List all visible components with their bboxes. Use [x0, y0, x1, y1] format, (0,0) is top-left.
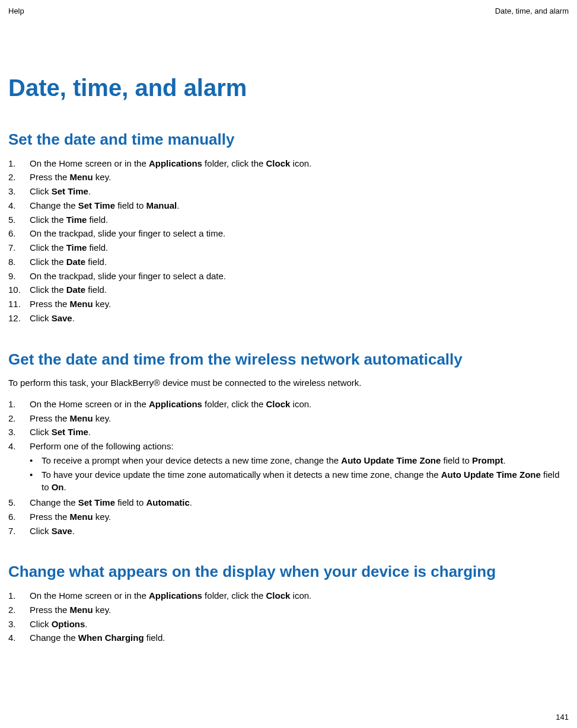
step-number: 3. [8, 618, 30, 631]
step-body: Click Save. [30, 525, 569, 538]
list-item: 10.Click the Date field. [8, 283, 569, 296]
list-item: 7.Click the Time field. [8, 241, 569, 254]
step-number: 1. [8, 398, 30, 411]
step-number: 2. [8, 412, 30, 425]
step-number: 3. [8, 185, 30, 198]
step-body: Click the Date field. [30, 256, 569, 269]
page: Help Date, time, and alarm Date, time, a… [0, 0, 577, 728]
step-number: 4. [8, 199, 30, 212]
step-body: Click Options. [30, 618, 569, 631]
step-body: Click the Time field. [30, 213, 569, 226]
list-item: 3.Click Set Time. [8, 185, 569, 198]
step-body: Press the Menu key. [30, 604, 569, 617]
step-number: 3. [8, 426, 30, 439]
step-body: Press the Menu key. [30, 412, 569, 425]
step-number: 11. [8, 298, 30, 311]
step-body: Press the Menu key. [30, 298, 569, 311]
list-item: 4.Change the Set Time field to Manual. [8, 199, 569, 212]
step-body: Press the Menu key. [30, 171, 569, 184]
step-body: Click the Date field. [30, 283, 569, 296]
step-number: 2. [8, 171, 30, 184]
wireless-lead: To perform this task, your BlackBerry® d… [8, 376, 569, 389]
step-body: Press the Menu key. [30, 510, 569, 523]
step-body: Perform one of the following actions:To … [30, 440, 569, 495]
list-item: 3.Click Set Time. [8, 426, 569, 439]
page-title: Date, time, and alarm [8, 71, 569, 105]
list-item: 4.Perform one of the following actions:T… [8, 440, 569, 495]
step-body: Click Set Time. [30, 426, 569, 439]
step-number: 9. [8, 270, 30, 283]
step-number: 7. [8, 241, 30, 254]
list-item: 3.Click Options. [8, 618, 569, 631]
list-item: 6.Press the Menu key. [8, 510, 569, 523]
step-number: 12. [8, 312, 30, 325]
step-number: 1. [8, 157, 30, 170]
bullet-item: To have your device update the time zone… [30, 468, 569, 494]
list-item: 7.Click Save. [8, 525, 569, 538]
step-body: Change the When Charging field. [30, 631, 569, 644]
list-item: 1.On the Home screen or in the Applicati… [8, 398, 569, 411]
list-item: 8.Click the Date field. [8, 256, 569, 269]
step-body: Change the Set Time field to Automatic. [30, 496, 569, 509]
list-item: 11.Press the Menu key. [8, 298, 569, 311]
step-number: 6. [8, 227, 30, 240]
wireless-steps: 1.On the Home screen or in the Applicati… [8, 398, 569, 538]
step-number: 1. [8, 589, 30, 602]
list-item: 12.Click Save. [8, 312, 569, 325]
step-body: Change the Set Time field to Manual. [30, 199, 569, 212]
page-header: Help Date, time, and alarm [8, 6, 569, 17]
step-number: 10. [8, 283, 30, 296]
charging-steps: 1.On the Home screen or in the Applicati… [8, 589, 569, 644]
step-body: Click the Time field. [30, 241, 569, 254]
step-number: 4. [8, 631, 30, 644]
list-item: 2.Press the Menu key. [8, 171, 569, 184]
section-heading-set-manually: Set the date and time manually [8, 129, 569, 151]
header-right: Date, time, and alarm [495, 6, 569, 17]
step-body: On the trackpad, slide your finger to se… [30, 270, 569, 283]
section-heading-wireless: Get the date and time from the wireless … [8, 349, 569, 371]
list-item: 6.On the trackpad, slide your finger to … [8, 227, 569, 240]
list-item: 5.Change the Set Time field to Automatic… [8, 496, 569, 509]
step-number: 7. [8, 525, 30, 538]
step-number: 5. [8, 213, 30, 226]
step-body: On the Home screen or in the Application… [30, 589, 569, 602]
step-body: Click Set Time. [30, 185, 569, 198]
sub-bullets: To receive a prompt when your device det… [30, 454, 569, 494]
page-number: 141 [556, 712, 569, 723]
step-number: 2. [8, 604, 30, 617]
list-item: 1.On the Home screen or in the Applicati… [8, 157, 569, 170]
list-item: 1.On the Home screen or in the Applicati… [8, 589, 569, 602]
step-body: On the trackpad, slide your finger to se… [30, 227, 569, 240]
list-item: 5.Click the Time field. [8, 213, 569, 226]
bullet-item: To receive a prompt when your device det… [30, 454, 569, 467]
header-left: Help [8, 6, 24, 17]
step-number: 6. [8, 510, 30, 523]
list-item: 2.Press the Menu key. [8, 604, 569, 617]
step-body: Click Save. [30, 312, 569, 325]
step-body: On the Home screen or in the Application… [30, 398, 569, 411]
step-body: On the Home screen or in the Application… [30, 157, 569, 170]
set-manually-steps: 1.On the Home screen or in the Applicati… [8, 157, 569, 325]
list-item: 4.Change the When Charging field. [8, 631, 569, 644]
step-number: 8. [8, 256, 30, 269]
section-heading-charging: Change what appears on the display when … [8, 561, 569, 583]
list-item: 9.On the trackpad, slide your finger to … [8, 270, 569, 283]
step-number: 5. [8, 496, 30, 509]
list-item: 2.Press the Menu key. [8, 412, 569, 425]
step-number: 4. [8, 440, 30, 495]
